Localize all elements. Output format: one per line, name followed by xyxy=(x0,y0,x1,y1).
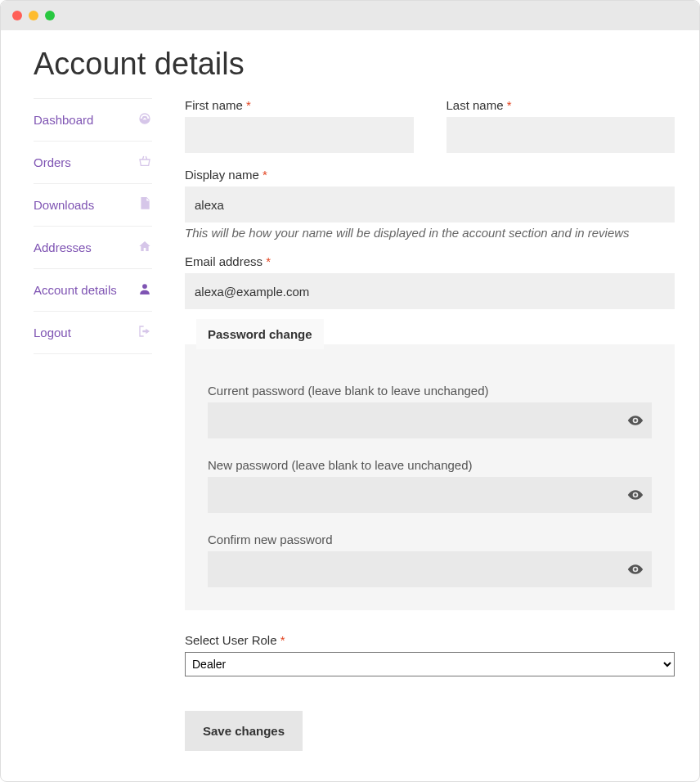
eye-icon[interactable] xyxy=(627,561,644,578)
sidebar: Dashboard Orders Downloads xyxy=(34,98,152,751)
confirm-password-input[interactable] xyxy=(208,551,652,587)
display-name-input[interactable] xyxy=(185,187,675,222)
sidebar-item-logout[interactable]: Logout xyxy=(34,312,152,354)
new-password-input[interactable] xyxy=(208,477,652,513)
email-field-group: Email address * xyxy=(185,254,675,309)
confirm-password-label: Confirm new password xyxy=(208,533,652,546)
content: Account details Dashboard Orders Downloa… xyxy=(1,30,699,775)
page-title: Account details xyxy=(34,47,675,82)
last-name-field-group: Last name * xyxy=(446,98,675,153)
app-window: Account details Dashboard Orders Downloa… xyxy=(0,0,700,782)
eye-icon[interactable] xyxy=(627,487,644,503)
home-icon xyxy=(137,240,152,255)
new-password-group: New password (leave blank to leave uncha… xyxy=(208,458,652,513)
eye-icon[interactable] xyxy=(627,412,644,429)
first-name-input[interactable] xyxy=(185,117,414,153)
current-password-label: Current password (leave blank to leave u… xyxy=(208,384,652,398)
password-change-section: Password change Current password (leave … xyxy=(185,329,675,610)
signout-icon xyxy=(137,325,152,340)
file-icon xyxy=(137,197,152,213)
sidebar-item-label: Dashboard xyxy=(34,113,93,127)
svg-point-0 xyxy=(142,284,147,289)
sidebar-item-downloads[interactable]: Downloads xyxy=(34,184,152,227)
user-role-label: Select User Role * xyxy=(185,633,675,647)
sidebar-item-account-details[interactable]: Account details xyxy=(34,269,152,312)
current-password-input[interactable] xyxy=(208,402,652,438)
save-changes-button[interactable]: Save changes xyxy=(185,711,303,751)
sidebar-item-label: Account details xyxy=(34,283,117,297)
sidebar-item-label: Addresses xyxy=(34,240,92,254)
first-name-field-group: First name * xyxy=(185,98,414,153)
first-name-label: First name * xyxy=(185,98,414,112)
sidebar-item-addresses[interactable]: Addresses xyxy=(34,227,152,269)
display-name-label: Display name * xyxy=(185,168,675,182)
confirm-password-group: Confirm new password xyxy=(208,533,652,587)
user-role-select[interactable]: Dealer xyxy=(185,652,675,676)
last-name-input[interactable] xyxy=(446,117,675,153)
window-close-button[interactable] xyxy=(12,11,22,20)
sidebar-item-label: Downloads xyxy=(34,198,94,212)
current-password-group: Current password (leave blank to leave u… xyxy=(208,384,652,438)
user-icon xyxy=(137,282,152,298)
window-maximize-button[interactable] xyxy=(45,11,55,20)
email-input[interactable] xyxy=(185,273,675,309)
dashboard-icon xyxy=(137,112,152,128)
last-name-label: Last name * xyxy=(446,98,675,112)
display-name-hint: This will be how your name will be displ… xyxy=(185,226,675,240)
display-name-field-group: Display name * This will be how your nam… xyxy=(185,168,675,240)
layout: Dashboard Orders Downloads xyxy=(34,98,675,751)
sidebar-item-label: Orders xyxy=(34,155,71,169)
password-change-legend: Password change xyxy=(196,319,324,349)
window-minimize-button[interactable] xyxy=(29,11,38,20)
sidebar-item-label: Logout xyxy=(34,326,71,339)
user-role-field-group: Select User Role * Dealer xyxy=(185,633,675,676)
main-form: First name * Last name * Display name * … xyxy=(185,98,675,751)
sidebar-item-dashboard[interactable]: Dashboard xyxy=(34,98,152,142)
email-label: Email address * xyxy=(185,254,675,268)
basket-icon xyxy=(137,155,152,170)
sidebar-item-orders[interactable]: Orders xyxy=(34,142,152,184)
new-password-label: New password (leave blank to leave uncha… xyxy=(208,458,652,472)
titlebar xyxy=(1,1,699,30)
